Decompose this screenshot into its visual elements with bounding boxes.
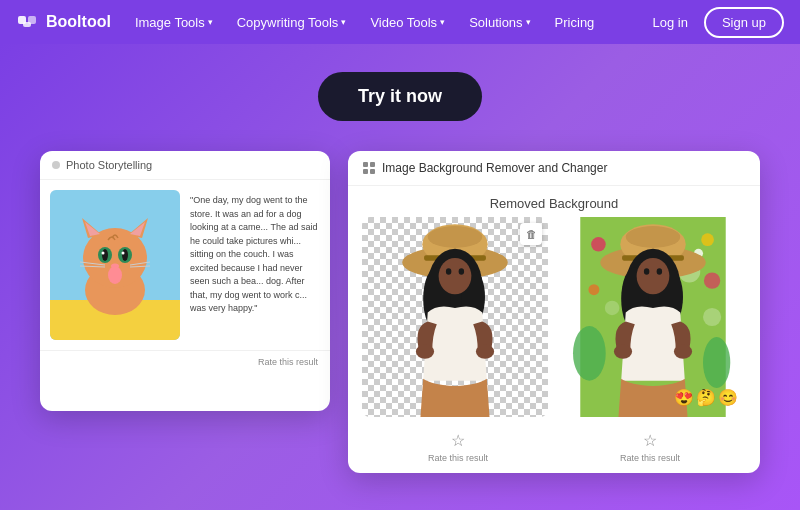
signup-button[interactable]: Sign up (704, 7, 784, 38)
svg-point-62 (657, 268, 662, 274)
svg-point-60 (637, 258, 670, 294)
svg-rect-24 (370, 162, 375, 167)
navbar: Booltool Image Tools ▾ Copywriting Tools… (0, 0, 800, 44)
svg-point-35 (439, 258, 472, 294)
card-left-content: "One day, my dog went to the store. It w… (40, 180, 330, 350)
removed-bg-image: 🗑 (362, 217, 548, 417)
rating-right[interactable]: ☆ Rate this result (620, 431, 680, 463)
svg-point-51 (703, 337, 730, 388)
svg-rect-2 (23, 22, 31, 27)
svg-point-64 (674, 344, 692, 359)
star-icon-right: ☆ (643, 431, 657, 450)
logo[interactable]: Booltool (16, 10, 111, 34)
svg-point-41 (591, 237, 606, 252)
images-row: 🗑 (348, 217, 760, 427)
svg-point-36 (446, 268, 451, 274)
logo-text: Booltool (46, 13, 111, 31)
nav-solutions[interactable]: Solutions ▾ (459, 9, 540, 36)
svg-rect-23 (363, 162, 368, 167)
svg-point-37 (459, 268, 464, 274)
svg-point-48 (605, 301, 620, 316)
svg-point-38 (416, 344, 434, 359)
emoji-thinking: 🤔 (696, 388, 716, 407)
svg-point-61 (644, 268, 649, 274)
svg-rect-26 (370, 169, 375, 174)
emoji-love: 😍 (674, 388, 694, 407)
chevron-down-icon: ▾ (341, 17, 346, 27)
photo-storytelling-card: Photo Storytelling (40, 151, 330, 411)
chevron-down-icon: ▾ (208, 17, 213, 27)
svg-point-13 (102, 249, 108, 261)
cards-container: Photo Storytelling (0, 151, 800, 473)
nav-pricing[interactable]: Pricing (545, 9, 605, 36)
cat-image (50, 190, 180, 340)
svg-point-63 (614, 344, 632, 359)
svg-point-14 (122, 249, 128, 261)
svg-point-42 (701, 233, 714, 246)
star-icon-left: ☆ (451, 431, 465, 450)
svg-point-16 (122, 252, 125, 255)
original-image: 😍 🤔 😊 (560, 217, 746, 417)
emoji-smile: 😊 (718, 388, 738, 407)
rating-row: ☆ Rate this result ☆ Rate this result (348, 427, 760, 473)
woman-original-svg (560, 217, 746, 417)
svg-point-18 (108, 266, 122, 284)
svg-point-49 (703, 308, 721, 326)
header-dot (52, 161, 60, 169)
grid-icon (362, 161, 376, 175)
svg-point-39 (476, 344, 494, 359)
rating-left-label: Rate this result (428, 453, 488, 463)
try-it-now-button[interactable]: Try it now (318, 72, 482, 121)
logo-icon (16, 10, 40, 34)
bg-remover-card: Image Background Remover and Changer Rem… (348, 151, 760, 473)
woman-removed-svg (362, 217, 548, 417)
nav-copywriting-tools[interactable]: Copywriting Tools ▾ (227, 9, 357, 36)
svg-point-54 (626, 226, 681, 248)
card-left-footer: Rate this result (40, 350, 330, 373)
chevron-down-icon: ▾ (440, 17, 445, 27)
removed-background-label: Removed Background (348, 186, 760, 217)
svg-point-29 (428, 226, 483, 248)
story-text: "One day, my dog went to the store. It w… (190, 190, 320, 340)
cat-svg (50, 190, 180, 340)
svg-point-43 (588, 284, 599, 295)
svg-point-15 (102, 252, 105, 255)
hero-section: Try it now Photo Storytelling (0, 44, 800, 510)
login-button[interactable]: Log in (640, 9, 699, 36)
delete-button[interactable]: 🗑 (520, 223, 542, 245)
card-right-header: Image Background Remover and Changer (348, 151, 760, 186)
card-left-header: Photo Storytelling (40, 151, 330, 180)
nav-image-tools[interactable]: Image Tools ▾ (125, 9, 223, 36)
svg-point-44 (704, 272, 720, 288)
rating-left[interactable]: ☆ Rate this result (428, 431, 488, 463)
nav-video-tools[interactable]: Video Tools ▾ (360, 9, 455, 36)
rating-right-label: Rate this result (620, 453, 680, 463)
card-right-title: Image Background Remover and Changer (382, 161, 607, 175)
emoji-group: 😍 🤔 😊 (674, 388, 738, 407)
card-left-title: Photo Storytelling (66, 159, 152, 171)
chevron-down-icon: ▾ (526, 17, 531, 27)
svg-rect-25 (363, 169, 368, 174)
svg-point-50 (573, 326, 606, 381)
